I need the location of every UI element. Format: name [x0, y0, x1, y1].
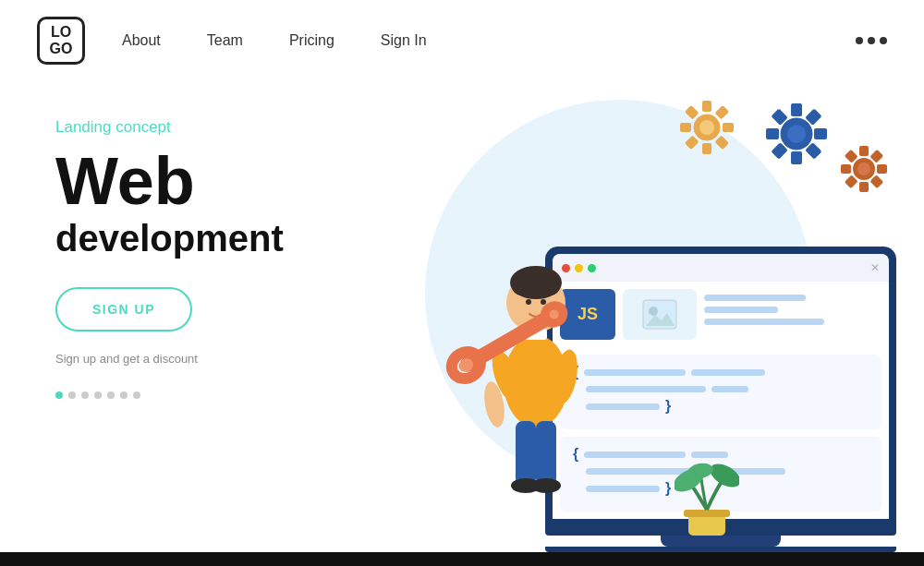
- hero-title-line2: development: [55, 218, 333, 259]
- rust-gear-icon: [832, 137, 896, 201]
- svg-rect-13: [791, 151, 802, 164]
- text-line-1: [704, 295, 806, 301]
- svg-point-31: [649, 307, 658, 316]
- svg-rect-7: [685, 135, 699, 150]
- svg-rect-29: [869, 175, 883, 188]
- svg-rect-25: [877, 164, 887, 174]
- svg-rect-23: [859, 182, 869, 192]
- header-right: [856, 37, 887, 44]
- svg-point-47: [531, 478, 561, 493]
- text-line-3: [704, 319, 824, 325]
- dot-inactive-6: [133, 391, 140, 399]
- svg-rect-44: [516, 421, 536, 486]
- plant-illustration: [675, 443, 730, 526]
- main-nav: About Team Pricing Sign In: [122, 32, 427, 49]
- more-menu[interactable]: [856, 37, 887, 44]
- svg-point-11: [787, 125, 806, 143]
- svg-rect-3: [702, 143, 711, 154]
- svg-rect-15: [814, 128, 827, 139]
- svg-rect-12: [791, 103, 802, 116]
- nav-pricing[interactable]: Pricing: [289, 32, 334, 49]
- svg-rect-27: [845, 175, 858, 188]
- text-line-2: [704, 307, 778, 313]
- svg-rect-45: [536, 421, 556, 486]
- logo-text: LOGO: [50, 24, 73, 56]
- svg-rect-22: [859, 146, 869, 156]
- svg-point-1: [699, 120, 714, 135]
- svg-point-36: [512, 277, 530, 295]
- dot-1: [856, 37, 863, 44]
- dot-active: [55, 391, 63, 399]
- footer: VectorStock VectorStock.com/38026611: [0, 552, 924, 566]
- gears: [670, 90, 896, 201]
- svg-rect-14: [766, 128, 779, 139]
- cta-subtext: Sign up and get a discount: [55, 352, 333, 366]
- svg-rect-5: [723, 123, 734, 132]
- code-bar-1b: [691, 369, 765, 376]
- image-card: [623, 289, 697, 340]
- svg-point-21: [857, 163, 870, 175]
- footer-brand: VectorStock: [28, 562, 156, 566]
- blue-gear-icon: [753, 90, 841, 178]
- header: LOGO About Team Pricing Sign In: [0, 0, 924, 81]
- logo[interactable]: LOGO: [37, 17, 85, 65]
- laptop-stand: [661, 536, 781, 547]
- close-brace-2: }: [665, 480, 671, 497]
- svg-rect-54: [684, 510, 730, 517]
- svg-point-37: [541, 277, 560, 295]
- close-brace-1: }: [665, 398, 671, 415]
- hero-left: Landing concept Web development SIGN UP …: [0, 81, 370, 552]
- svg-point-38: [526, 299, 531, 305]
- signup-button[interactable]: SIGN UP: [55, 287, 192, 331]
- hero-illustration: ✕ JS: [370, 81, 924, 552]
- svg-rect-6: [714, 105, 729, 120]
- character-illustration: [444, 211, 628, 524]
- nav-team[interactable]: Team: [207, 32, 243, 49]
- svg-rect-26: [869, 150, 883, 163]
- hero-title-line1: Web: [55, 148, 333, 214]
- text-lines-top: [704, 289, 824, 340]
- dot-3: [880, 37, 887, 44]
- nav-about[interactable]: About: [122, 32, 161, 49]
- svg-rect-9: [714, 135, 729, 150]
- svg-rect-8: [685, 105, 699, 120]
- main-content: Landing concept Web development SIGN UP …: [0, 81, 924, 552]
- dot-inactive-1: [68, 391, 76, 399]
- svg-point-56: [706, 459, 739, 491]
- hero-label: Landing concept: [55, 118, 333, 137]
- code-bar-2b: [711, 386, 748, 392]
- dot-inactive-3: [94, 391, 102, 399]
- dot-inactive-2: [81, 391, 89, 399]
- nav-signin[interactable]: Sign In: [381, 32, 427, 49]
- svg-rect-28: [845, 150, 858, 163]
- dot-inactive-5: [120, 391, 128, 399]
- svg-point-39: [541, 299, 546, 305]
- dot-inactive-4: [107, 391, 115, 399]
- dot-2: [868, 37, 875, 44]
- laptop-foot: [545, 547, 896, 552]
- svg-rect-4: [680, 123, 691, 132]
- svg-rect-2: [702, 101, 711, 112]
- orange-gear-icon: [670, 90, 744, 164]
- browser-close[interactable]: ✕: [870, 261, 880, 274]
- svg-rect-24: [841, 164, 851, 174]
- carousel-dots: [55, 391, 333, 399]
